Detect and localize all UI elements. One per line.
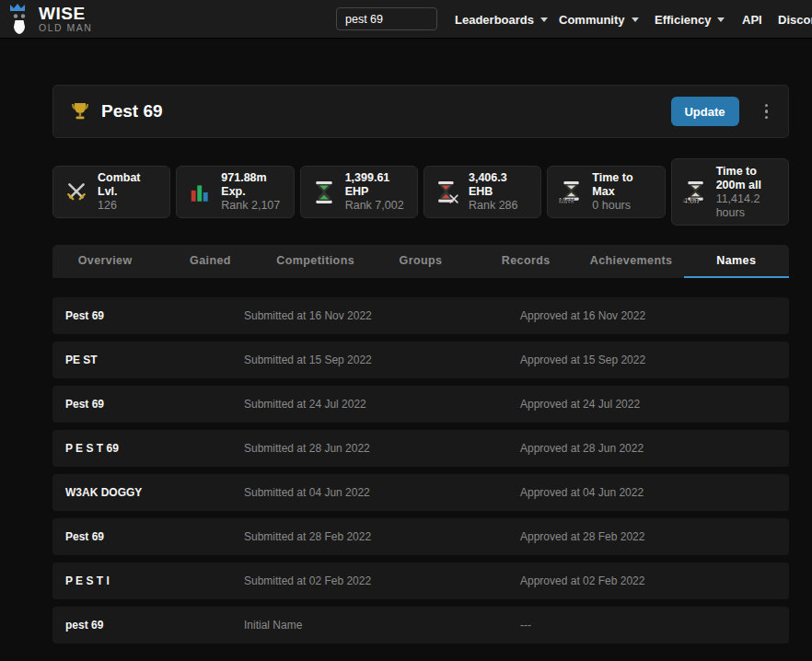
stat-subtitle: 11,414.2 hours [716,192,777,220]
update-button[interactable]: Update [671,97,739,126]
stat-subtitle: Rank 2,107 [221,199,282,213]
nav-item-api[interactable]: API [742,0,762,39]
name-change-row[interactable]: P E S T I Submitted at 02 Feb 2022 Appro… [52,562,789,599]
time-to-max-icon: Max [559,180,583,204]
svg-text:Max: Max [559,196,574,204]
nav-item-label: Community [559,13,625,27]
nav-item-label: Leaderboards [455,13,534,27]
name-change-submitted: Submitted at 16 Nov 2022 [244,309,520,322]
name-change-name: Pest 69 [65,309,244,322]
exp-bars-icon [188,180,212,204]
name-change-name: Pest 69 [65,398,244,411]
stats-row: Combat Lvl. 126 971.88m Exp. Rank 2,107 [52,166,789,218]
combat-swords-icon [64,180,88,204]
name-change-name: P E S T I [65,574,244,587]
name-change-approved: Approved at 04 Jun 2022 [520,486,789,499]
stat-title: Time to 200m all [716,165,777,192]
stat-subtitle: Rank 7,002 [345,199,406,213]
stat-card-exp: 971.88m Exp. Rank 2,107 [176,166,294,218]
tab-records[interactable]: Records [473,245,578,278]
trophy-icon [70,101,90,122]
name-change-row[interactable]: PE ST Submitted at 15 Sep 2022 Approved … [52,342,789,378]
name-change-row[interactable]: Pest 69 Submitted at 24 Jul 2022 Approve… [52,386,789,423]
ehp-hourglass-icon [312,180,336,204]
tab-overview[interactable]: Overview [52,245,157,278]
name-change-submitted: Submitted at 28 Feb 2022 [244,530,520,543]
name-changes-list: Pest 69 Submitted at 16 Nov 2022 Approve… [52,297,789,644]
nav-item-efficiency[interactable]: Efficiency [655,0,725,39]
name-change-name: W3AK DOGGY [65,486,244,499]
player-header-panel: Pest 69 Update [52,85,789,138]
player-tabs: Overview Gained Competitions Groups Reco… [52,245,789,278]
ehb-hourglass-icon [435,180,459,204]
name-change-approved: --- [520,619,789,632]
stat-title: 3,406.3 EHB [469,171,529,199]
tab-names[interactable]: Names [684,245,789,278]
stat-card-ehp: 1,399.61 EHP Rank 7,002 [300,166,418,218]
name-change-approved: Approved at 28 Feb 2022 [520,530,789,543]
stat-title: 1,399.61 EHP [345,171,406,199]
stat-title: 971.88m Exp. [221,171,282,199]
name-change-approved: Approved at 24 Jul 2022 [520,398,789,411]
nav-item-community[interactable]: Community [559,0,639,39]
name-change-submitted: Submitted at 04 Jun 2022 [244,486,520,499]
tab-competitions[interactable]: Competitions [263,245,368,278]
name-change-name: PE ST [65,354,244,366]
stat-title: Time to Max [592,171,653,199]
name-change-approved: Approved at 02 Feb 2022 [520,574,789,587]
name-change-row[interactable]: Pest 69 Submitted at 16 Nov 2022 Approve… [52,297,789,334]
name-change-approved: Approved at 28 Jun 2022 [520,442,789,455]
chevron-down-icon [540,17,548,22]
stat-subtitle: Rank 286 [469,199,529,213]
name-change-submitted: Submitted at 15 Sep 2022 [244,354,520,366]
tab-gained[interactable]: Gained [157,245,262,278]
name-change-name: Pest 69 [65,530,244,543]
wise-old-man-logo-icon [7,2,33,36]
name-change-submitted: Submitted at 02 Feb 2022 [244,574,520,587]
brand-title: WISE [39,6,92,22]
svg-text:4.6b: 4.6b [683,196,699,204]
nav-item-label: API [742,13,762,27]
time-to-200m-icon: 4.6b [683,180,707,204]
chevron-down-icon [717,17,725,22]
name-change-submitted: Initial Name [244,619,520,632]
stat-card-ehb: 3,406.3 EHB Rank 286 [423,166,541,218]
nav-item-discord[interactable]: Discord [778,0,812,39]
stat-subtitle: 0 hours [592,199,653,213]
name-change-row[interactable]: P E S T 69 Submitted at 28 Jun 2022 Appr… [52,430,789,467]
name-change-submitted: Submitted at 24 Jul 2022 [244,398,520,411]
name-change-row[interactable]: Pest 69 Submitted at 28 Feb 2022 Approve… [52,518,789,555]
name-change-approved: Approved at 15 Sep 2022 [520,354,789,366]
name-change-name: pest 69 [65,619,244,632]
stat-title: Combat Lvl. [98,171,158,199]
brand-text: WISE OLD MAN [39,6,92,33]
brand-logo-group[interactable]: WISE OLD MAN [7,2,92,36]
chevron-down-icon [632,17,639,22]
stat-subtitle: 126 [98,199,158,213]
nav-item-label: Discord [778,13,812,27]
tab-groups[interactable]: Groups [368,245,473,278]
stat-card-time-to-200m: 4.6b Time to 200m all 11,414.2 hours [671,158,789,226]
stat-card-combat: Combat Lvl. 126 [52,166,170,218]
brand-subtitle: OLD MAN [39,22,92,33]
nav-item-leaderboards[interactable]: Leaderboards [455,0,548,39]
player-search-input[interactable] [336,7,437,30]
nav-item-label: Efficiency [655,13,711,27]
name-change-row[interactable]: W3AK DOGGY Submitted at 04 Jun 2022 Appr… [52,474,789,511]
tab-achievements[interactable]: Achievements [578,245,683,278]
player-name: Pest 69 [101,101,671,122]
name-change-approved: Approved at 16 Nov 2022 [520,309,789,322]
kebab-menu-icon[interactable] [761,100,772,123]
name-change-name: P E S T 69 [65,442,244,455]
name-change-row[interactable]: pest 69 Initial Name --- [52,607,789,644]
name-change-submitted: Submitted at 28 Jun 2022 [244,442,520,455]
top-navbar: WISE OLD MAN Leaderboards Community Effi… [0,0,812,39]
stat-card-time-to-max: Max Time to Max 0 hours [547,166,665,218]
